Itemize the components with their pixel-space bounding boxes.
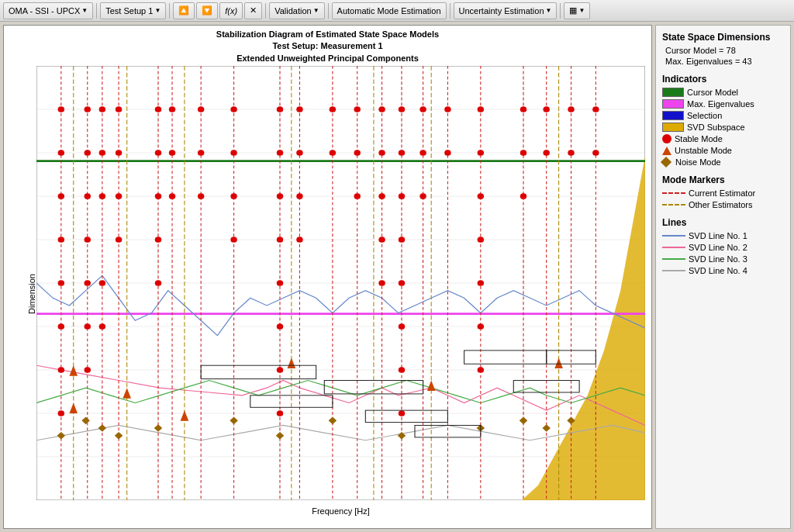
svg-point-94: [277, 410, 283, 416]
svg-point-48: [58, 106, 64, 112]
svg-point-101: [354, 106, 360, 112]
auto-mode-button[interactable]: Automatic Mode Estimation: [332, 2, 447, 19]
settings-chevron: ▼: [578, 7, 585, 14]
chart-title: Stabilization Diagram of Estimated State…: [4, 26, 651, 66]
svd-line2-swatch: [662, 247, 685, 248]
svg-point-106: [378, 193, 385, 199]
svg-point-93: [277, 367, 283, 373]
noise-mode-label: Noise Mode: [675, 157, 721, 167]
marker-other-estimators: Other Estimators: [662, 200, 784, 209]
close-button[interactable]: ✕: [244, 2, 262, 19]
svg-point-51: [58, 237, 64, 243]
test-setup-chevron: ▼: [154, 7, 161, 14]
svg-point-80: [198, 106, 204, 112]
svg-point-96: [296, 150, 302, 156]
svg-point-116: [399, 410, 405, 416]
validation-button[interactable]: Validation ▼: [269, 2, 324, 19]
svg-point-66: [99, 280, 105, 286]
svg-point-50: [58, 193, 64, 199]
svd-line1-swatch: [662, 235, 685, 237]
sep2: [169, 3, 170, 19]
svd-line4-label: SVD Line No. 4: [689, 266, 747, 275]
svg-point-68: [116, 106, 122, 112]
svg-point-65: [99, 193, 105, 199]
indicator-unstable-mode: Unstable Mode: [662, 146, 784, 155]
svg-point-70: [116, 193, 122, 199]
svg-point-78: [169, 150, 175, 156]
svg-point-123: [478, 150, 484, 156]
auto-mode-label: Automatic Mode Estimation: [337, 6, 441, 16]
svg-point-104: [378, 106, 385, 112]
svg-point-118: [419, 150, 426, 156]
svg-point-109: [399, 106, 405, 112]
lines-title: Lines: [662, 217, 784, 228]
selection-label: Selection: [687, 111, 722, 120]
chart-container: Stabilization Diagram of Estimated State…: [3, 25, 652, 529]
up-arrow-button[interactable]: 🔼: [173, 2, 195, 19]
indicator-stable-mode: Stable Mode: [662, 134, 784, 143]
indicator-cursor-model: Cursor Model: [662, 88, 784, 97]
svg-point-95: [296, 106, 302, 112]
close-icon: ✕: [250, 5, 257, 16]
svg-point-88: [277, 150, 283, 156]
line-svd1: SVD Line No. 1: [662, 231, 784, 240]
svd-line4-swatch: [662, 270, 685, 271]
svg-point-91: [277, 280, 283, 286]
unstable-mode-label: Unstable Mode: [675, 146, 732, 155]
app-menu-button[interactable]: OMA - SSI - UPCX ▼: [3, 2, 93, 19]
other-estimators-dash: [662, 204, 685, 206]
sep3: [265, 3, 266, 19]
svg-point-62: [85, 367, 91, 373]
down-arrow-button[interactable]: 🔽: [196, 2, 218, 19]
svg-point-100: [330, 150, 336, 156]
noise-mode-diamond: [661, 157, 671, 168]
svg-point-129: [520, 106, 526, 112]
line-svd3: SVD Line No. 3: [662, 254, 784, 264]
svg-point-121: [444, 150, 451, 156]
current-estimator-label: Current Estimator: [689, 188, 755, 198]
svg-point-52: [58, 280, 64, 286]
svg-point-108: [378, 280, 385, 286]
svg-point-136: [592, 106, 599, 112]
svg-point-125: [478, 237, 484, 243]
settings-button[interactable]: ▦ ▼: [564, 2, 590, 19]
fx-button[interactable]: f(x): [219, 2, 243, 19]
svg-point-132: [543, 106, 549, 112]
uncertainty-button[interactable]: Uncertainty Estimation ▼: [454, 2, 558, 19]
svg-point-131: [520, 193, 526, 199]
svg-point-99: [330, 106, 336, 112]
down-arrow-icon: 🔽: [202, 5, 212, 16]
indicator-selection: Selection: [662, 111, 784, 120]
chart-title-line3: Extended Unweighted Principal Components: [4, 53, 651, 64]
line-svd2: SVD Line No. 2: [662, 243, 784, 252]
svg-point-72: [155, 106, 161, 112]
svg-point-73: [155, 150, 161, 156]
current-estimator-dash: [662, 192, 685, 194]
svg-point-67: [99, 323, 105, 330]
max-eigenvalues-swatch: [662, 99, 684, 109]
svg-point-126: [478, 280, 484, 286]
svg-point-58: [85, 193, 91, 199]
svg-point-128: [478, 367, 484, 373]
svg-point-77: [169, 106, 175, 112]
svd-line3-label: SVD Line No. 3: [689, 254, 747, 264]
svg-point-127: [478, 323, 484, 330]
up-arrow-icon: 🔼: [178, 5, 189, 16]
svd-line3-swatch: [662, 258, 685, 260]
svg-point-111: [399, 193, 405, 199]
svg-point-97: [296, 193, 302, 199]
sep5: [450, 3, 451, 19]
cursor-model-swatch: [662, 88, 684, 97]
svg-point-90: [277, 237, 283, 243]
indicators-title: Indicators: [662, 74, 784, 85]
svg-point-63: [99, 106, 105, 112]
test-setup-label: Test Setup 1: [105, 6, 153, 16]
sep1: [96, 3, 97, 19]
cursor-model-value: Cursor Model = 78: [665, 46, 784, 55]
main-area: Stabilization Diagram of Estimated State…: [0, 22, 794, 532]
svg-point-56: [85, 106, 91, 112]
uncertainty-chevron: ▼: [546, 7, 552, 14]
test-setup-button[interactable]: Test Setup 1 ▼: [100, 2, 166, 19]
svg-point-55: [58, 410, 64, 416]
svg-point-119: [419, 193, 426, 199]
